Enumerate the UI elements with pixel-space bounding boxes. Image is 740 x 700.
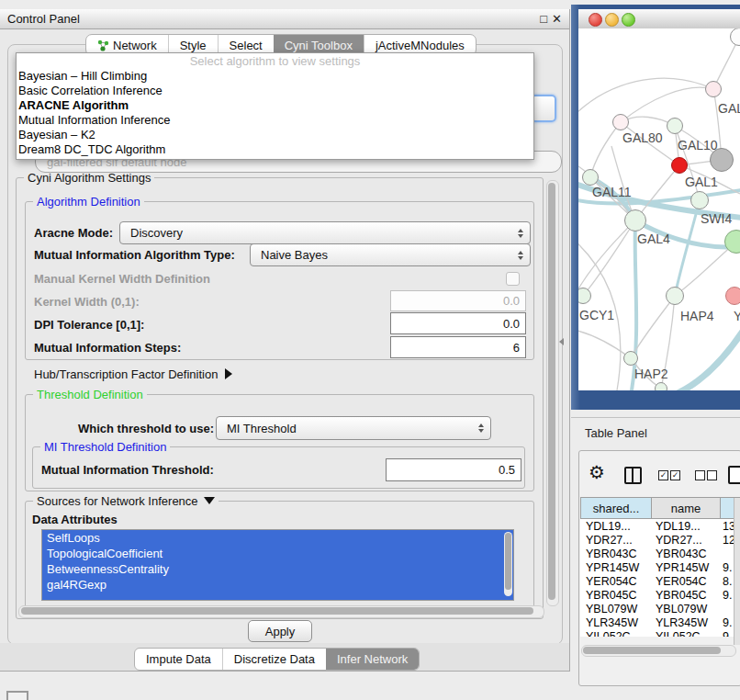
mi-steps-label: Mutual Information Steps: bbox=[34, 341, 181, 355]
mi-threshold-value: 0.5 bbox=[499, 463, 515, 477]
network-node-gal11[interactable] bbox=[582, 169, 599, 186]
network-node-swi4[interactable] bbox=[690, 191, 709, 209]
unchecked-box-icon[interactable] bbox=[695, 470, 705, 480]
settings-horizontal-scrollbar[interactable] bbox=[18, 605, 544, 618]
table-cell: YBR045C bbox=[580, 589, 652, 602]
data-attribute-item[interactable]: TopologicalCoefficient bbox=[42, 546, 513, 561]
tab-impute-data[interactable]: Impute Data bbox=[135, 649, 222, 670]
table-row[interactable]: YDL19...YDL19...13 bbox=[580, 519, 734, 533]
mi-type-value: Naive Bayes bbox=[261, 248, 328, 262]
checked-box-icon[interactable]: ✓ bbox=[658, 470, 668, 480]
splitter-collapse-icon[interactable] bbox=[559, 338, 564, 345]
table-cell: YER054C bbox=[580, 575, 652, 588]
algorithm-option[interactable]: Dream8 DC_TDC Algorithm bbox=[17, 142, 533, 157]
tab-discretize-data[interactable]: Discretize Data bbox=[222, 649, 326, 670]
network-node-pink-upper[interactable] bbox=[705, 81, 722, 97]
gear-icon[interactable]: ⚙ bbox=[589, 463, 605, 481]
partial-toolbar-icon[interactable] bbox=[728, 466, 740, 484]
apply-button[interactable]: Apply bbox=[248, 620, 312, 642]
algorithm-option[interactable]: Bayesian – K2 bbox=[17, 128, 533, 142]
columns-icon[interactable] bbox=[624, 467, 642, 484]
data-attribute-item[interactable]: SelfLoops bbox=[42, 530, 513, 546]
data-attribute-item[interactable]: gal4RGexp bbox=[42, 577, 513, 593]
table-row[interactable]: YDR27...YDR27...12 bbox=[580, 533, 734, 547]
table-row[interactable]: YER054CYER054C8. bbox=[580, 574, 734, 588]
aracne-mode-label: Aracne Mode: bbox=[34, 226, 113, 240]
bottom-tab-bar: Impute Data Discretize Data Infer Networ… bbox=[134, 648, 420, 671]
stepper-icon bbox=[518, 229, 523, 238]
minimize-traffic-icon[interactable] bbox=[605, 13, 619, 27]
network-node-hap4[interactable] bbox=[666, 287, 684, 305]
column-header-shared-name[interactable]: shared... bbox=[580, 497, 652, 519]
collapse-down-icon bbox=[204, 497, 215, 504]
close-traffic-icon[interactable] bbox=[589, 13, 602, 27]
data-attributes-list[interactable]: SelfLoopsTopologicalCoefficientBetweenne… bbox=[41, 529, 514, 601]
network-node-salmon-right[interactable] bbox=[725, 287, 740, 305]
mi-steps-field[interactable]: 6 bbox=[390, 336, 526, 358]
network-node-hap2[interactable] bbox=[623, 351, 638, 366]
network-node-label: GAL1 bbox=[685, 175, 718, 189]
settings-vertical-scrollbar[interactable] bbox=[546, 180, 559, 606]
tab-network-label: Network bbox=[113, 39, 157, 52]
table-cell: YDL19... bbox=[652, 520, 721, 533]
table-cell: YDL19... bbox=[580, 520, 652, 533]
network-window-titlebar[interactable] bbox=[578, 9, 740, 29]
close-icon[interactable]: ✕ bbox=[552, 12, 562, 26]
attributes-scrollbar[interactable] bbox=[504, 532, 512, 596]
zoom-traffic-icon[interactable] bbox=[622, 13, 635, 27]
settings-vertical-scrollbar-thumb[interactable] bbox=[548, 183, 555, 600]
checked-box-icon[interactable]: ✓ bbox=[670, 470, 680, 480]
table-cell: YBR045C bbox=[652, 589, 721, 602]
algorithm-combo-focused[interactable] bbox=[531, 95, 556, 122]
aracne-mode-combo[interactable]: Discovery bbox=[119, 221, 531, 244]
table-row[interactable]: YBR045CYBR045C9. bbox=[580, 588, 734, 602]
algorithm-option[interactable]: Bayesian – Hill Climbing bbox=[17, 69, 533, 84]
network-node-label: GAL10 bbox=[678, 138, 718, 152]
attributes-scrollbar-thumb[interactable] bbox=[505, 533, 511, 590]
table-cell: 13 bbox=[721, 520, 734, 533]
column-header-name[interactable]: name bbox=[652, 497, 721, 519]
mi-type-combo[interactable]: Naive Bayes bbox=[250, 243, 531, 266]
kernel-width-field[interactable]: 0.0 bbox=[390, 290, 526, 311]
network-node-gal4[interactable] bbox=[624, 209, 646, 231]
table-cell: YDR27... bbox=[580, 534, 652, 547]
table-row[interactable]: YPR145WYPR145W9. bbox=[580, 560, 734, 574]
sources-title[interactable]: Sources for Network Inference bbox=[33, 494, 219, 508]
screen: Control Panel □ ✕ Network Style Select bbox=[0, 0, 740, 700]
data-attribute-item[interactable]: BetweennessCentrality bbox=[42, 561, 513, 577]
table-row[interactable]: YBL079WYBL079W bbox=[580, 602, 734, 615]
network-node-edge-bottom[interactable] bbox=[655, 382, 667, 390]
table-cell: YBR043C bbox=[652, 548, 721, 560]
table-cell: YLR345W bbox=[580, 616, 652, 629]
table-horizontal-scrollbar[interactable] bbox=[581, 645, 736, 657]
minimized-panel-icon[interactable] bbox=[6, 691, 28, 700]
apply-button-label: Apply bbox=[265, 625, 296, 638]
tab-jactivemnodules-label: jActiveMNodules bbox=[376, 39, 465, 52]
algorithm-option[interactable]: Mutual Information Inference bbox=[17, 113, 533, 128]
settings-horizontal-scrollbar-thumb[interactable] bbox=[21, 607, 533, 615]
control-panel-titlebar[interactable]: Control Panel □ ✕ bbox=[0, 9, 569, 29]
table-row[interactable]: YBR043CYBR043C bbox=[580, 547, 734, 560]
table-header: shared... name bbox=[580, 497, 740, 519]
algorithm-option[interactable]: Basic Correlation Inference bbox=[17, 84, 533, 98]
hub-tf-expander[interactable]: Hub/Transcription Factor Definition bbox=[34, 367, 232, 381]
table-row[interactable]: YIL052CYIL052C9. bbox=[580, 629, 734, 637]
tab-infer-network[interactable]: Infer Network bbox=[326, 649, 419, 670]
table-panel: ⚙ ✓ ✓ shared... name YDL19...YDL19...13Y… bbox=[578, 450, 740, 686]
table-vertical-scrollbar[interactable] bbox=[734, 498, 740, 645]
manual-kernel-label: Manual Kernel Width Definition bbox=[34, 272, 210, 286]
network-node-gal80[interactable] bbox=[612, 114, 629, 130]
float-window-icon[interactable]: □ bbox=[540, 12, 547, 26]
mi-threshold-field[interactable]: 0.5 bbox=[386, 458, 521, 481]
algorithm-option[interactable]: ARACNE Algorithm bbox=[17, 98, 533, 113]
unchecked-box-icon[interactable] bbox=[707, 470, 717, 480]
which-threshold-combo[interactable]: MI Threshold bbox=[216, 416, 491, 440]
table-horizontal-scrollbar-thumb[interactable] bbox=[583, 647, 721, 654]
network-node-gal10[interactable] bbox=[667, 118, 683, 134]
network-node-red[interactable] bbox=[671, 157, 688, 174]
table-row[interactable]: YLR345WYLR345W9. bbox=[580, 615, 734, 629]
manual-kernel-checkbox[interactable] bbox=[506, 272, 520, 286]
dpi-tolerance-field[interactable]: 0.0 bbox=[390, 312, 526, 334]
network-canvas[interactable]: GALGAL80GAL10GAL1GAL11SWI4GAL4GCY1HAP4YH… bbox=[578, 28, 740, 390]
table-cell: 8. bbox=[721, 575, 734, 588]
